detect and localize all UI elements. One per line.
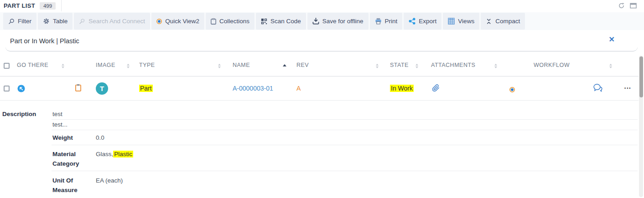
download-icon bbox=[312, 18, 319, 25]
part-list-screen: PART LIST 499 Filter Table bbox=[0, 0, 644, 198]
window-icon[interactable] bbox=[630, 3, 637, 9]
compress-icon bbox=[486, 18, 492, 25]
quick-view-label: Quick View2 bbox=[165, 18, 199, 25]
divider bbox=[52, 130, 638, 130]
column-header-go-there[interactable]: GO THERE bbox=[17, 62, 48, 68]
compact-button[interactable]: Compact bbox=[481, 13, 525, 30]
window-controls bbox=[618, 2, 637, 9]
select-all-checkbox[interactable] bbox=[4, 63, 10, 69]
save-for-offline-button[interactable]: Save for offline bbox=[307, 13, 369, 30]
save-for-offline-label: Save for offline bbox=[322, 18, 364, 25]
row-checkbox[interactable] bbox=[4, 86, 10, 91]
rev-value: A bbox=[296, 85, 301, 92]
table-button-label: Table bbox=[53, 18, 68, 25]
filter-button-label: Filter bbox=[18, 18, 31, 25]
scan-code-button[interactable]: Scan Code bbox=[256, 13, 306, 30]
type-cell: Part bbox=[139, 85, 153, 92]
search-icon bbox=[8, 18, 15, 25]
material-category-value: Glass,Plastic bbox=[96, 149, 133, 159]
search-connect-icon bbox=[79, 18, 85, 25]
description-line-1: test bbox=[52, 109, 62, 119]
export-label: Export bbox=[419, 18, 436, 25]
filter-button[interactable]: Filter bbox=[3, 13, 36, 30]
material-category-highlight: Plastic bbox=[113, 151, 133, 157]
description-line-2: test... bbox=[52, 120, 68, 129]
qr-code-icon bbox=[261, 18, 267, 25]
collections-label: Collections bbox=[219, 18, 249, 25]
tab-part-list[interactable]: PART LIST 499 bbox=[0, 0, 62, 11]
unit-of-measure-label: Unit Of Measure bbox=[52, 176, 84, 195]
print-button[interactable]: Print bbox=[370, 13, 403, 30]
sort-icon[interactable] bbox=[127, 64, 130, 68]
eye-icon bbox=[156, 19, 162, 24]
search-and-connect-button[interactable]: Search And Connect bbox=[74, 13, 150, 30]
column-header-name[interactable]: NAME bbox=[233, 62, 250, 68]
description-label: Description bbox=[2, 109, 36, 119]
scrollbar-thumb[interactable] bbox=[639, 56, 643, 97]
sort-icon[interactable] bbox=[609, 64, 612, 68]
sort-icon[interactable] bbox=[415, 64, 418, 68]
filter-query-text: Part or In Work | Plastic bbox=[10, 37, 79, 45]
go-there-icon[interactable] bbox=[17, 85, 25, 94]
sort-icon[interactable] bbox=[218, 64, 221, 68]
clipboard-icon bbox=[211, 18, 216, 25]
tab-bar: PART LIST 499 bbox=[0, 0, 644, 12]
page-title: PART LIST bbox=[4, 2, 35, 9]
toolbar: Filter Table Search And Connect Quick Vi… bbox=[0, 12, 644, 30]
views-label: Views bbox=[458, 18, 474, 25]
column-header-rev[interactable]: REV bbox=[296, 62, 309, 68]
views-button[interactable]: Views bbox=[443, 13, 479, 30]
name-link[interactable]: A-0000003-01 bbox=[233, 85, 273, 92]
paperclip-icon[interactable] bbox=[432, 84, 440, 93]
filter-bar[interactable]: Part or In Work | Plastic ✕ bbox=[5, 31, 638, 51]
sort-icon[interactable] bbox=[494, 64, 497, 68]
sort-asc-icon[interactable] bbox=[283, 64, 286, 66]
type-avatar[interactable]: T bbox=[96, 82, 108, 95]
unit-of-measure-value: EA (each) bbox=[96, 176, 123, 185]
sort-icon[interactable] bbox=[62, 64, 64, 68]
print-label: Print bbox=[385, 18, 398, 25]
export-button[interactable]: Export bbox=[404, 13, 441, 30]
scan-code-label: Scan Code bbox=[270, 18, 301, 25]
sort-icon[interactable] bbox=[376, 64, 379, 68]
quick-view-button[interactable]: Quick View2 bbox=[151, 13, 204, 30]
column-header-type[interactable]: TYPE bbox=[139, 62, 155, 68]
printer-icon bbox=[375, 18, 382, 25]
column-header-workflow[interactable]: WORKFLOW bbox=[534, 62, 570, 68]
refresh-icon[interactable] bbox=[618, 2, 625, 9]
state-cell: In Work bbox=[390, 85, 414, 92]
compact-label: Compact bbox=[495, 18, 520, 25]
divider bbox=[52, 171, 638, 171]
clear-filter-icon[interactable]: ✕ bbox=[609, 36, 615, 43]
column-header-state[interactable]: STATE bbox=[390, 62, 409, 68]
table-row[interactable]: T Part A-0000003-01 A In Work ••• bbox=[0, 76, 639, 101]
table-button[interactable]: Table bbox=[38, 13, 73, 30]
vertical-scrollbar[interactable] bbox=[639, 56, 643, 197]
result-count-badge: 499 bbox=[40, 2, 56, 10]
collections-button[interactable]: Collections bbox=[206, 13, 254, 30]
search-and-connect-label: Search And Connect bbox=[88, 18, 145, 25]
divider bbox=[52, 119, 638, 120]
column-header-image[interactable]: IMAGE bbox=[96, 62, 115, 68]
more-actions-icon[interactable]: ••• bbox=[624, 86, 631, 91]
share-icon bbox=[409, 18, 415, 25]
weight-value: 0.0 bbox=[96, 133, 104, 142]
divider bbox=[52, 145, 638, 145]
material-category-label: Material Category bbox=[52, 149, 89, 168]
state-value: In Work bbox=[390, 85, 414, 92]
grid-icon bbox=[448, 18, 455, 25]
clipboard-image-icon[interactable] bbox=[75, 84, 81, 93]
material-category-plain: Glass, bbox=[96, 151, 113, 157]
type-value: Part bbox=[139, 85, 153, 92]
table-header: GO THERE IMAGE TYPE NAME REV STATE ATTAC… bbox=[0, 55, 639, 76]
discussion-icon[interactable] bbox=[593, 83, 603, 94]
column-header-attachments[interactable]: ATTACHMENTS bbox=[431, 62, 475, 68]
weight-label: Weight bbox=[52, 133, 73, 142]
workflow-eye-icon[interactable] bbox=[509, 85, 515, 92]
gear-icon bbox=[43, 18, 50, 25]
